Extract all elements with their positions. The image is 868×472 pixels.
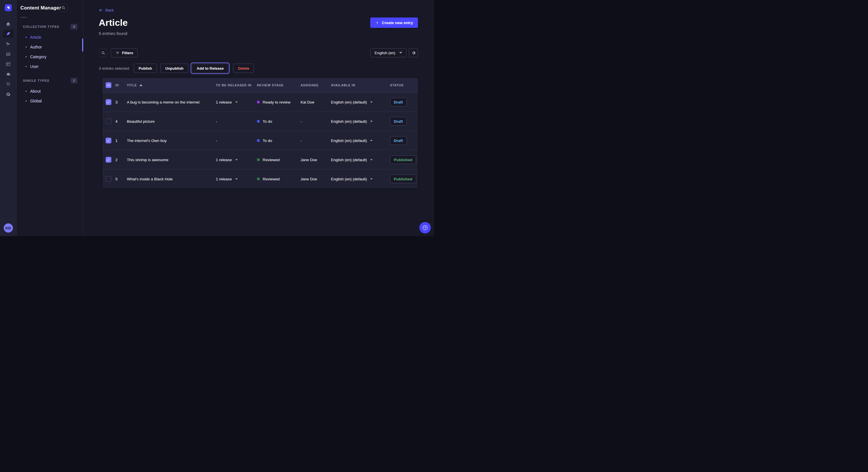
entries-count-text: 5 entries found (99, 31, 128, 36)
column-header-title[interactable]: TITLE (127, 83, 216, 87)
cell-id: 4 (115, 119, 127, 124)
selection-actions: 3 entries selected Publish Unpublish Add… (99, 64, 418, 73)
unpublish-button[interactable]: Unpublish (160, 64, 189, 73)
cell-locale[interactable]: English (en) (default) (327, 158, 390, 162)
sidebar-item-category[interactable]: Category (17, 52, 83, 62)
cell-assignee: Jane Doe (301, 158, 327, 162)
sidebar-item-label: Article (30, 35, 41, 40)
subnav-divider (21, 17, 27, 18)
sidebar-item-author[interactable]: Author (17, 42, 83, 52)
sidebar-item-label: User (30, 64, 39, 69)
column-header-release[interactable]: TO BE RELEASED IN (216, 83, 257, 87)
chevron-down-icon (370, 140, 373, 141)
publish-button[interactable]: Publish (134, 64, 157, 73)
bullet-icon (26, 100, 27, 102)
cell-assignee: Jane Doe (301, 177, 327, 181)
strapi-logo-icon (6, 6, 10, 10)
add-to-release-button[interactable]: Add to Release (192, 64, 228, 73)
table-row[interactable]: 5 What's inside a Black Hole 1 release R… (102, 169, 418, 189)
row-checkbox[interactable] (105, 138, 112, 143)
cell-review-stage: Reviewed (257, 177, 301, 181)
stage-dot-icon (257, 139, 260, 142)
chevron-down-icon (399, 52, 402, 54)
cell-release[interactable]: - (216, 138, 257, 143)
table-row[interactable]: 4 Beautiful picture - To do - English (e… (102, 111, 418, 131)
cell-locale[interactable]: English (en) (default) (327, 177, 390, 181)
help-button[interactable]: ? (420, 222, 431, 233)
settings-gear-icon[interactable] (3, 90, 13, 98)
column-header-id[interactable]: ID (115, 83, 127, 87)
cell-review-stage: Ready to review (257, 100, 301, 104)
cell-id: 2 (115, 158, 127, 162)
toolbar: Filters English (en) (99, 48, 418, 57)
sidebar-item-user[interactable]: User (17, 62, 83, 71)
cell-release[interactable]: 1 release (216, 177, 257, 181)
stage-dot-icon (257, 177, 260, 180)
row-checkbox[interactable] (105, 157, 112, 163)
content-manager-icon[interactable] (3, 30, 13, 38)
collection-types-section: COLLECTION TYPES 4 Article Author Catego… (17, 24, 83, 71)
column-header-assignee[interactable]: ASSIGNEE (301, 83, 327, 87)
rail-footer: KD (0, 220, 17, 236)
content-type-builder-icon[interactable] (3, 60, 13, 68)
home-icon[interactable] (3, 20, 13, 28)
column-header-status[interactable]: STATUS (390, 83, 418, 87)
stage-dot-icon (257, 101, 260, 103)
cell-release[interactable]: 1 release (216, 158, 257, 162)
filters-button[interactable]: Filters (111, 48, 138, 57)
cell-locale[interactable]: English (en) (default) (327, 119, 390, 124)
sidebar-item-label: About (30, 89, 41, 94)
table-row[interactable]: 1 The internet's Own boy - To do - Engli… (102, 131, 418, 150)
sidebar-item-global[interactable]: Global (17, 96, 83, 106)
create-new-entry-button[interactable]: Create new entry (370, 18, 418, 28)
sidebar-item-article[interactable]: Article (17, 32, 83, 42)
sidebar-item-about[interactable]: About (17, 86, 83, 96)
row-checkbox[interactable] (105, 99, 112, 105)
user-avatar[interactable]: KD (4, 224, 13, 233)
cell-assignee: - (301, 138, 327, 143)
releases-icon[interactable] (3, 40, 13, 48)
table-row[interactable]: 3 A bug is becoming a meme on the intern… (102, 92, 418, 111)
column-header-stage[interactable]: REVIEW STAGE (257, 83, 301, 87)
view-settings-button[interactable] (409, 48, 418, 57)
cell-release[interactable]: 1 release (216, 100, 257, 104)
row-checkbox[interactable] (105, 119, 112, 124)
marketplace-cart-icon[interactable] (3, 80, 13, 88)
strapi-logo[interactable] (5, 4, 12, 11)
back-link[interactable]: Back (99, 8, 114, 12)
status-badge: Published (390, 175, 416, 183)
single-types-label: SINGLE TYPES (23, 79, 50, 82)
bullet-icon (26, 66, 27, 67)
bullet-icon (26, 91, 27, 92)
row-checkbox[interactable] (105, 176, 112, 182)
locale-select[interactable]: English (en) (370, 48, 406, 57)
main-content: Back Article 5 entries found Create new … (83, 0, 434, 236)
svg-text:?: ? (424, 226, 426, 229)
delete-button[interactable]: Delete (233, 64, 254, 73)
table-row[interactable]: 2 This shrimp is awesome 1 release Revie… (102, 150, 418, 169)
app-window: KD Content Manager COLLECTION TYPES 4 Ar… (0, 0, 434, 236)
cell-locale[interactable]: English (en) (default) (327, 100, 390, 104)
cell-locale[interactable]: English (en) (default) (327, 138, 390, 143)
search-button[interactable] (99, 48, 107, 57)
sidebar-item-label: Global (30, 99, 42, 103)
chevron-down-icon (236, 159, 238, 161)
cell-title: This shrimp is awesome (127, 158, 216, 162)
cloud-icon[interactable] (3, 70, 13, 78)
filter-icon (115, 51, 120, 55)
content-manager-subnav: Content Manager COLLECTION TYPES 4 Artic… (17, 0, 83, 236)
single-types-section: SINGLE TYPES 2 About Global (17, 78, 83, 106)
bullet-icon (26, 56, 27, 57)
stage-dot-icon (257, 120, 260, 123)
cell-title: Beautiful picture (127, 119, 216, 124)
select-all-checkbox[interactable] (105, 82, 112, 88)
subnav-search-button[interactable] (59, 4, 67, 12)
cell-release[interactable]: - (216, 119, 257, 124)
stage-dot-icon (257, 158, 260, 161)
cell-assignee: Kai Doe (301, 100, 327, 104)
cell-id: 3 (115, 100, 127, 104)
media-library-icon[interactable] (3, 50, 13, 58)
column-header-locale[interactable]: AVAILABLE IN (327, 83, 390, 87)
subnav-title: Content Manager (20, 5, 61, 11)
cell-id: 5 (115, 177, 127, 181)
